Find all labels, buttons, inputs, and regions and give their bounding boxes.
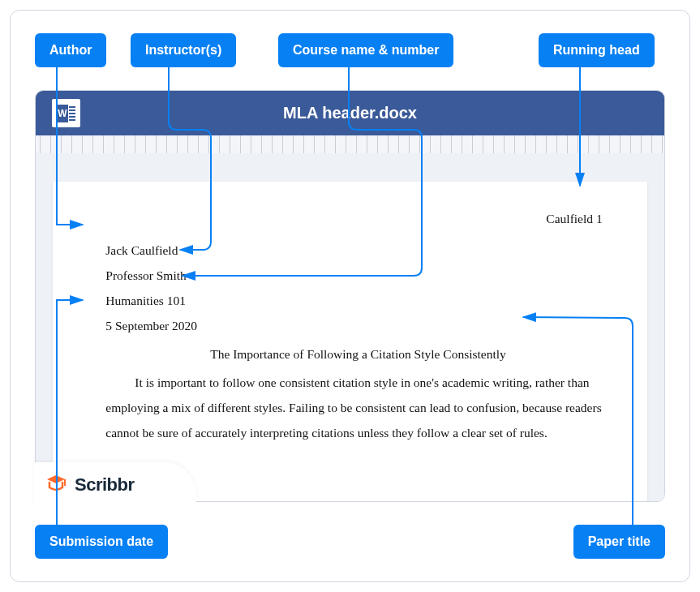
label-instructor: Instructor(s) — [131, 33, 236, 67]
doc-filename: MLA header.docx — [36, 104, 664, 122]
label-paper-title: Paper title — [573, 525, 665, 559]
label-author: Author — [35, 33, 106, 67]
svg-rect-6 — [69, 119, 75, 121]
svg-rect-5 — [69, 116, 75, 118]
word-document-window: W MLA header.docx Caulfield 1 Jack Caulf… — [35, 90, 665, 502]
document-page: Caulfield 1 Jack Caulfield Professor Smi… — [53, 182, 646, 501]
body-paragraph: It is important to follow one consistent… — [105, 370, 610, 445]
paper-title-text: The Importance of Following a Citation S… — [105, 341, 610, 367]
scribbr-icon — [44, 473, 68, 497]
doc-body-area: Caulfield 1 Jack Caulfield Professor Smi… — [36, 153, 664, 501]
svg-rect-4 — [69, 113, 75, 114]
svg-rect-3 — [69, 109, 75, 111]
label-submission-date: Submission date — [35, 525, 168, 559]
label-course: Course name & number — [278, 33, 453, 67]
instructor-line: Professor Smith — [105, 263, 610, 288]
ruler — [36, 135, 664, 153]
doc-titlebar: W MLA header.docx — [36, 91, 664, 135]
label-running-head: Running head — [539, 33, 655, 67]
running-head-text: Caulfield 1 — [105, 206, 610, 231]
word-app-icon: W — [52, 99, 80, 127]
scribbr-brand-text: Scribbr — [75, 474, 135, 495]
svg-text:W: W — [58, 108, 67, 119]
date-line: 5 September 2020 — [105, 313, 610, 338]
svg-rect-2 — [69, 106, 75, 108]
scribbr-logo: Scribbr — [34, 462, 196, 507]
author-line: Jack Caulfield — [105, 238, 610, 263]
course-line: Humanities 101 — [105, 288, 610, 313]
